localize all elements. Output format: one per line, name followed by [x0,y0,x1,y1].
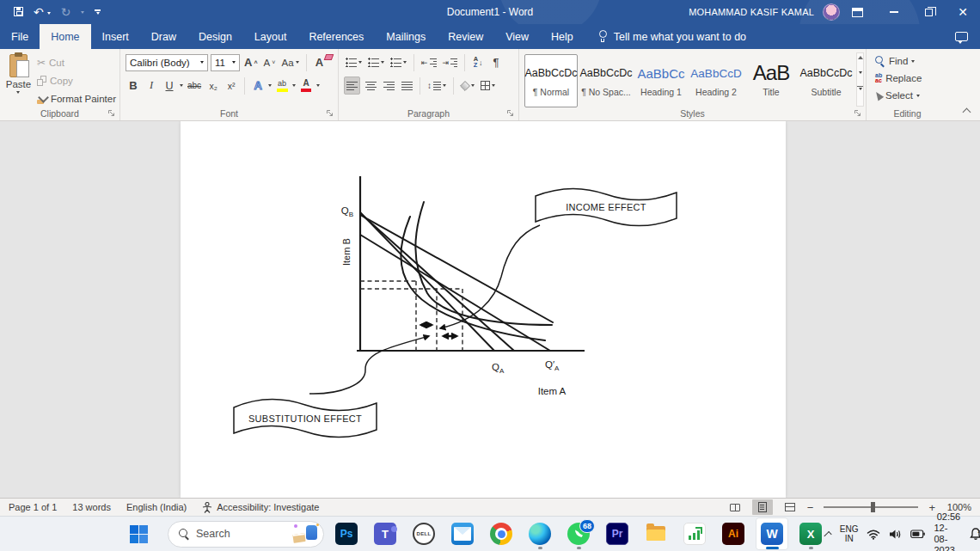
styles-scroll-down-icon[interactable] [859,71,862,74]
change-case-button[interactable]: Aa [279,53,300,71]
zoom-out-button[interactable]: − [807,501,814,514]
clear-formatting-button[interactable]: A [312,53,328,71]
language-switcher[interactable]: ENGIN [840,524,859,543]
ribbon-display-options-icon[interactable] [852,8,863,17]
taskbar-file-explorer[interactable] [640,517,672,550]
customize-qat-icon[interactable] [95,9,101,14]
styles-scroll-up-icon[interactable] [858,56,863,59]
align-left-button[interactable] [344,77,360,95]
select-button[interactable]: Select [875,87,945,104]
tab-draw[interactable]: Draw [140,24,187,49]
tab-review[interactable]: Review [437,24,494,49]
text-effects-button[interactable]: A [250,77,266,95]
notification-bell-icon[interactable]: z [969,527,980,541]
read-mode-button[interactable] [725,499,745,515]
decrease-indent-button[interactable]: ⇤ [420,53,438,71]
tab-view[interactable]: View [494,24,540,49]
wifi-icon[interactable] [867,529,880,540]
taskbar-whatsapp[interactable]: 68 [562,517,595,550]
taskbar-mail[interactable] [446,517,479,550]
style-no-spacing[interactable]: AaBbCcDc¶ No Spac... [579,54,633,107]
search-box[interactable]: Search [168,521,324,548]
substitution-effect-banner[interactable]: SUBSTITUTION EFFECT [234,400,377,438]
clipboard-dialog-launcher[interactable] [107,109,116,118]
taskbar-chrome[interactable] [485,517,518,550]
taskbar-photoshop[interactable]: Ps [330,517,363,550]
tab-mailings[interactable]: Mailings [375,24,437,49]
borders-button[interactable] [479,77,497,95]
style-normal[interactable]: AaBbCcDc¶ Normal [524,54,578,107]
taskbar-excel[interactable]: X [794,517,827,550]
cut-button[interactable]: ✂Cut [37,55,116,71]
font-color-button[interactable]: A [298,77,314,95]
highlight-dropdown-icon[interactable] [292,84,296,87]
bold-button[interactable]: B [126,77,141,95]
multilevel-list-button[interactable] [389,53,408,71]
align-right-button[interactable] [381,77,396,95]
close-button[interactable]: ✕ [946,0,980,24]
strikethrough-button[interactable]: abc [186,77,203,95]
collapse-ribbon-icon[interactable] [964,107,970,117]
income-effect-banner[interactable]: INCOME EFFECT [536,188,677,225]
document-page[interactable]: INCOME EFFECT SUBSTITUTION EFFECT QB Ite… [181,121,786,498]
tab-references[interactable]: References [297,24,375,49]
touch-mode-icon[interactable] [81,4,84,20]
taskbar-dell[interactable]: DELL [407,517,440,550]
taskbar-investment-app[interactable] [678,517,711,550]
accessibility-status[interactable]: Accessibility: Investigate [202,502,319,513]
style-title[interactable]: AaBTitle [744,54,798,107]
language-indicator[interactable]: English (India) [126,502,187,512]
font-name-combo[interactable]: Calibri (Body) [126,54,208,71]
copy-button[interactable]: Copy [37,73,116,89]
taskbar-premiere[interactable]: Pr [601,517,634,550]
grow-font-button[interactable]: A˄ [242,53,259,71]
undo-icon[interactable]: ↶ [34,6,51,18]
web-layout-button[interactable] [780,499,800,515]
tell-me-box[interactable]: Tell me what you want to do [598,24,746,49]
format-painter-button[interactable]: Format Painter [37,90,116,107]
superscript-button[interactable]: x² [224,77,239,95]
numbering-button[interactable] [366,53,386,71]
paragraph-dialog-launcher[interactable] [506,109,515,118]
font-dialog-launcher[interactable] [326,109,334,118]
increase-indent-button[interactable]: ⇥ [441,53,460,71]
tab-insert[interactable]: Insert [91,24,140,49]
save-icon[interactable] [14,4,23,20]
sort-button[interactable]: AZ↓ [470,53,486,71]
style-subtitle[interactable]: AaBbCcDcSubtitle [799,54,853,107]
find-button[interactable]: Find [875,52,945,70]
tab-help[interactable]: Help [540,24,585,49]
paste-dropdown-icon[interactable] [16,91,20,94]
zoom-slider[interactable] [824,506,918,508]
taskbar-teams[interactable]: T [369,517,401,550]
styles-more-icon[interactable] [857,86,863,90]
restore-button[interactable] [911,0,946,24]
subscript-button[interactable]: x₂ [205,77,221,95]
word-count[interactable]: 13 words [72,502,111,512]
paste-button[interactable]: Paste [5,52,32,107]
start-button[interactable] [122,517,155,550]
text-effects-dropdown-icon[interactable] [268,84,272,87]
economics-diagram[interactable]: INCOME EFFECT SUBSTITUTION EFFECT QB Ite… [181,121,786,498]
styles-dialog-launcher[interactable] [854,109,862,118]
tab-home[interactable]: Home [40,24,90,49]
show-paragraph-marks-button[interactable]: ¶ [488,53,504,71]
font-size-combo[interactable]: 11 [211,54,240,71]
replace-button[interactable]: abacReplace [875,70,945,87]
tab-layout[interactable]: Layout [243,24,298,49]
underline-dropdown-icon[interactable] [180,84,183,87]
underline-button[interactable]: U [162,77,177,95]
taskbar-word[interactable]: W [756,517,788,550]
page-indicator[interactable]: Page 1 of 1 [9,502,57,512]
justify-button[interactable] [399,77,414,95]
account-name[interactable]: MOHAMMAD KASIF KAMAL [689,7,814,17]
line-spacing-button[interactable]: ↕ [426,77,448,95]
tab-file[interactable]: File [0,24,40,49]
taskbar-illustrator[interactable]: Ai [717,517,750,550]
tab-design[interactable]: Design [187,24,243,49]
font-color-dropdown-icon[interactable] [316,84,320,87]
share-comment-icon[interactable] [955,32,968,41]
taskbar-edge[interactable] [524,517,556,550]
volume-icon[interactable] [889,529,902,540]
battery-icon[interactable] [910,530,925,539]
